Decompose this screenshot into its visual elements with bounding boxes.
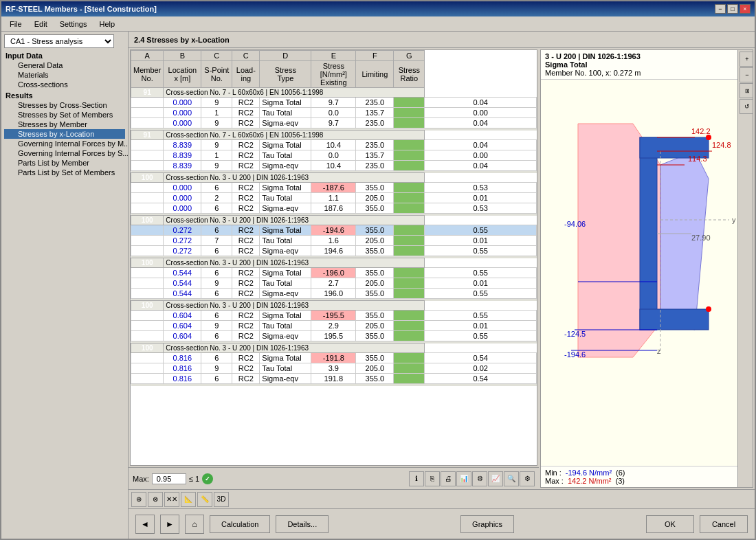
bt-zoom[interactable]: ⊕ [131, 492, 146, 507]
table-cell: Sigma Total [260, 353, 311, 363]
sidebar-item-stresses-x-location[interactable]: Stresses by x-Location [4, 129, 125, 139]
cancel-button[interactable]: Cancel [700, 515, 748, 533]
table-row[interactable]: 0.2726RC2Sigma Total-194.6355.00.55 [131, 225, 537, 236]
table-cell: 0.04 [425, 161, 537, 171]
details-button[interactable]: Details... [276, 515, 329, 533]
analysis-dropdown[interactable]: CA1 - Stress analysis [4, 34, 114, 48]
viz-zoom-in[interactable]: + [740, 52, 753, 67]
table-row[interactable]: 0.6046RC2Sigma Total-195.5355.00.55 [131, 311, 537, 321]
print-icon[interactable]: 🖨 [441, 471, 456, 486]
bt-ruler[interactable]: 📏 [197, 492, 212, 507]
table-cell: RC2 [232, 98, 260, 108]
table-row[interactable]: 0.6049RC2Tau Total2.9205.00.01 [131, 321, 537, 331]
bt-3d[interactable]: 3D [214, 492, 229, 507]
sidebar-item-stresses-cross-section[interactable]: Stresses by Cross-Section [4, 100, 125, 110]
table-cell: 205.0 [356, 278, 394, 289]
view-icon[interactable]: 🔍 [504, 471, 519, 486]
sidebar-item-cross-sections[interactable]: Cross-sections [4, 80, 125, 89]
bt-zoom2[interactable]: ⊗ [148, 492, 163, 507]
settings-icon[interactable]: ⚙ [520, 471, 535, 486]
table-container[interactable]: A B C C D E F G Member [130, 49, 537, 466]
table-row[interactable]: 8.8399RC2Sigma Total10.4235.00.04 [131, 140, 537, 150]
ratio-indicator [394, 331, 425, 341]
forward-button[interactable]: ► [160, 515, 179, 534]
table-row[interactable]: 0.6046RC2Sigma-eqv195.5355.00.55 [131, 331, 537, 341]
table-cell: 9 [201, 278, 232, 289]
sidebar-item-gov-internal-forces-s[interactable]: Governing Internal Forces by S... [4, 148, 125, 158]
bt-measure[interactable]: 📐 [181, 492, 196, 507]
table-cell: RC2 [232, 331, 260, 341]
table-cell: 0.55 [425, 268, 537, 278]
menu-settings[interactable]: Settings [54, 19, 93, 30]
viz-rotate[interactable]: ↺ [740, 99, 753, 114]
table-cell: 0.04 [425, 118, 537, 128]
ratio-indicator [394, 353, 425, 363]
max-value-input[interactable] [152, 473, 186, 484]
table-row[interactable]: 0.5446RC2Sigma Total-196.0355.00.55 [131, 268, 537, 278]
table-cell [131, 118, 164, 128]
copy-icon[interactable]: ⎘ [425, 471, 440, 486]
table-row[interactable]: 0.0009RC2Sigma Total9.7235.00.04 [131, 98, 537, 108]
content-area: A B C C D E F G Member [129, 48, 755, 489]
info-icon[interactable]: ℹ [409, 471, 424, 486]
table-cell [131, 311, 164, 321]
table-cell: RC2 [232, 225, 260, 236]
table-row[interactable]: 0.2726RC2Sigma-eqv194.6355.00.55 [131, 246, 537, 256]
filter-icon[interactable]: ⚙ [472, 471, 487, 486]
viz-canvas: y z 142.2 124.8 114.3 27.90 -94.06 [541, 80, 753, 438]
table-cell: 8.839 [164, 140, 201, 150]
ok-button[interactable]: OK [646, 515, 694, 533]
sidebar-item-gov-internal-forces-m[interactable]: Governing Internal Forces by M... [4, 139, 125, 148]
menu-file[interactable]: File [4, 19, 27, 30]
table-cell: 205.0 [356, 321, 394, 331]
section-member-no: 100 [131, 173, 164, 183]
sidebar-item-stresses-set-members[interactable]: Stresses by Set of Members [4, 110, 125, 120]
bt-reset[interactable]: ✕✕ [164, 492, 179, 507]
table-row[interactable]: 0.0001RC2Tau Total0.0135.70.00 [131, 108, 537, 118]
table-row[interactable]: 0.5446RC2Sigma-eqv196.0355.00.55 [131, 289, 537, 299]
section-header-row: 91Cross-section No. 7 - L 60x60x6 | EN 1… [131, 131, 537, 140]
section-header-text: Cross-section No. 7 - L 60x60x6 | EN 100… [164, 88, 425, 98]
table-row[interactable]: 0.2727RC2Tau Total1.6205.00.01 [131, 236, 537, 246]
table-cell: 191.8 [311, 374, 356, 384]
viz-zoom-out[interactable]: − [740, 67, 753, 82]
minimize-button[interactable]: − [715, 4, 726, 14]
calculation-button[interactable]: Calculation [210, 515, 270, 533]
viz-title3: Member No. 100, x: 0.272 m [545, 69, 748, 77]
table-row[interactable]: 0.8169RC2Tau Total3.9205.00.02 [131, 363, 537, 374]
table-cell: 2.7 [311, 278, 356, 289]
back-button[interactable]: ◄ [135, 515, 155, 534]
sidebar-item-materials[interactable]: Materials [4, 70, 125, 80]
sidebar-item-parts-list-set[interactable]: Parts List by Set of Members [4, 168, 125, 177]
table-row[interactable]: 0.0002RC2Tau Total1.1205.00.01 [131, 193, 537, 203]
table-row[interactable]: 0.8166RC2Sigma Total-191.8355.00.54 [131, 353, 537, 363]
svg-text:y: y [732, 216, 736, 224]
table-row[interactable]: 0.0006RC2Sigma-eqv187.6355.00.53 [131, 203, 537, 214]
table-row[interactable]: 0.8166RC2Sigma-eqv191.8355.00.54 [131, 374, 537, 384]
stress-table: A B C C D E F G Member [131, 50, 537, 386]
close-button[interactable]: × [740, 4, 751, 14]
home-button[interactable]: ⌂ [185, 515, 204, 534]
sidebar-item-parts-list-member[interactable]: Parts List by Member [4, 158, 125, 168]
viz-fit[interactable]: ⊞ [740, 83, 753, 98]
graphics-button[interactable]: Graphics [460, 515, 514, 533]
table-row[interactable]: 8.8391RC2Tau Total0.0135.70.00 [131, 150, 537, 161]
table-cell: 6 [201, 289, 232, 299]
table-row[interactable]: 8.8399RC2Sigma-eqv10.4235.00.04 [131, 161, 537, 171]
menu-help[interactable]: Help [93, 19, 120, 30]
section-member-no: 100 [131, 216, 164, 225]
table-row[interactable]: 0.5449RC2Tau Total2.7205.00.01 [131, 278, 537, 289]
svg-point-5 [706, 135, 711, 140]
maximize-button[interactable]: □ [727, 4, 738, 14]
table-cell: 2.9 [311, 321, 356, 331]
sidebar-item-stresses-member[interactable]: Stresses by Member [4, 120, 125, 129]
sidebar-item-general-data[interactable]: General Data [4, 60, 125, 70]
table-row[interactable]: 0.0006RC2Sigma Total-187.6355.00.53 [131, 183, 537, 193]
table-row[interactable]: 0.0009RC2Sigma-eqv9.7235.00.04 [131, 118, 537, 128]
viz-min-row: Min : -194.6 N/mm² (6) [545, 469, 748, 477]
chart-icon[interactable]: 📈 [488, 471, 503, 486]
export-icon[interactable]: 📊 [456, 471, 471, 486]
menu-edit[interactable]: Edit [29, 19, 53, 30]
title-bar: RF-STEEL Members - [Steel Construction] … [1, 1, 755, 16]
table-cell: RC2 [232, 311, 260, 321]
